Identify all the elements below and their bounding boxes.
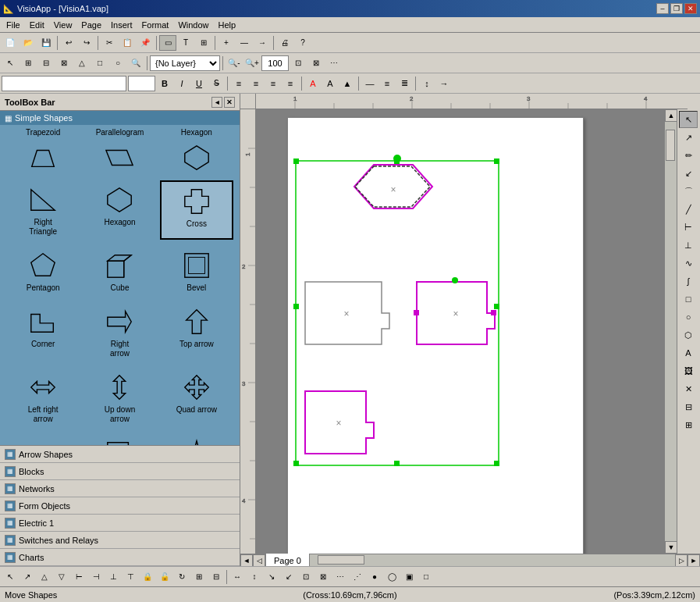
font-color-button[interactable]: A <box>305 76 321 91</box>
strikethrough-button[interactable]: S̶ <box>208 76 224 91</box>
paste-button[interactable]: 📌 <box>137 35 154 51</box>
help-button[interactable]: ? <box>294 35 311 51</box>
redo-button[interactable]: ↪ <box>78 35 95 51</box>
vertical-scrollbar[interactable]: ▲ ▼ <box>664 109 677 554</box>
shape-quad-arrow[interactable]: Quad arrow <box>160 368 233 427</box>
print-button[interactable]: 🖨 <box>276 35 293 51</box>
grid-button[interactable]: ⊞ <box>20 55 37 71</box>
scroll-h-thumb[interactable] <box>318 555 364 565</box>
highlight-button[interactable]: A <box>322 76 338 91</box>
scroll-left2-button[interactable]: ◁ <box>253 554 265 566</box>
perp-tool-button[interactable]: ⊥ <box>679 237 698 254</box>
menu-help[interactable]: Help <box>214 19 241 31</box>
shape-right-triangle[interactable]: RightTriangle <box>6 180 80 240</box>
menu-format[interactable]: Format <box>137 19 174 31</box>
zoom-btn[interactable]: 🔍 <box>127 55 144 71</box>
scroll-down-button[interactable]: ▼ <box>665 541 677 554</box>
menu-edit[interactable]: Edit <box>25 19 49 31</box>
line-tool-button[interactable]: ╱ <box>679 201 698 218</box>
line-weight-button[interactable]: ≡ <box>379 76 395 91</box>
shape-trapezoid[interactable] <box>6 138 80 177</box>
menu-view[interactable]: View <box>49 19 77 31</box>
text-tool-button[interactable]: A <box>679 344 698 362</box>
bt-23[interactable]: ◯ <box>383 569 400 585</box>
text-button[interactable]: T <box>177 35 194 51</box>
shape-cube[interactable]: Cube <box>83 246 156 296</box>
bt-2[interactable]: ↗ <box>19 569 36 585</box>
bt-11[interactable]: ↻ <box>173 569 190 585</box>
cat-switches[interactable]: ▦ Switches and Relays <box>0 532 240 549</box>
scroll-left-button[interactable]: ◄ <box>240 554 253 566</box>
cat-blocks[interactable]: ▦ Blocks <box>0 463 240 480</box>
zoom-in-btn[interactable]: 🔍+ <box>243 55 261 71</box>
align-button[interactable]: ⊠ <box>55 55 73 71</box>
bt-22[interactable]: ● <box>366 569 383 585</box>
bt-25[interactable]: □ <box>418 569 435 585</box>
toolbox-collapse-button[interactable]: ◂ <box>211 97 222 108</box>
rect-tool-button[interactable]: □ <box>679 290 698 308</box>
select-tool2-button[interactable]: ↗ <box>679 129 698 146</box>
minimize-button[interactable]: – <box>656 3 669 14</box>
shape-up-down-arrow[interactable]: Up downarrow <box>83 368 156 427</box>
fill-button[interactable]: ▲ <box>339 76 355 91</box>
bt-8[interactable]: ⊤ <box>122 569 139 585</box>
copy-button[interactable]: 📋 <box>119 35 136 51</box>
cat-form-objects[interactable]: ▦ Form Objects <box>0 497 240 515</box>
connect-button[interactable]: ⊞ <box>195 35 212 51</box>
menu-file[interactable]: File <box>2 19 25 31</box>
close-button[interactable]: ✕ <box>684 3 697 14</box>
drawing-page[interactable]: × × × <box>287 117 584 554</box>
cut-button[interactable]: ✂ <box>101 35 118 51</box>
cat-networks[interactable]: ▦ Networks <box>0 480 240 497</box>
bt-16[interactable]: ↘ <box>263 569 280 585</box>
freeform-tool-button[interactable]: ∿ <box>679 255 698 272</box>
canvas-area[interactable]: × × × <box>256 109 664 554</box>
arrow-button[interactable]: → <box>254 35 271 51</box>
delete-tool-button[interactable]: ✕ <box>679 380 698 397</box>
bt-7[interactable]: ⊥ <box>105 569 122 585</box>
spacing-button[interactable]: ↕ <box>419 76 435 91</box>
scroll-up-button[interactable]: ▲ <box>665 109 677 122</box>
cat-electric[interactable]: ▦ Electric 1 <box>0 515 240 532</box>
rect-shape-button[interactable]: □ <box>91 55 108 71</box>
shape-hexagon-top[interactable] <box>160 138 233 177</box>
restore-button[interactable]: ❐ <box>670 3 683 14</box>
ellipse-shape-button[interactable]: ○ <box>109 55 126 71</box>
align-left-button[interactable]: ≡ <box>231 76 247 91</box>
indent-button[interactable]: → <box>436 76 452 91</box>
scroll-right2-button[interactable]: ▷ <box>675 554 688 566</box>
bt-17[interactable]: ↙ <box>280 569 297 585</box>
bt-1[interactable]: ↖ <box>2 569 19 585</box>
new-button[interactable]: 📄 <box>2 35 19 51</box>
font-size-input[interactable]: 12 <box>128 76 155 91</box>
shape-star[interactable] <box>160 433 233 445</box>
shape-top-arrow[interactable]: Top arrow <box>160 302 233 362</box>
bt-18[interactable]: ⊡ <box>297 569 314 585</box>
shape-cross[interactable]: Cross <box>160 180 233 240</box>
scroll-right-button[interactable]: ► <box>688 554 700 566</box>
fit-page-btn[interactable]: ⊠ <box>307 55 325 71</box>
align-center-button[interactable]: ≡ <box>248 76 264 91</box>
shape-callout[interactable] <box>83 433 156 445</box>
bt-13[interactable]: ⊟ <box>208 569 225 585</box>
shape-left-right-arrow[interactable]: Left rightarrow <box>6 368 80 427</box>
shape-button[interactable]: △ <box>73 55 91 71</box>
zoom-extra[interactable]: ⋯ <box>325 55 343 71</box>
undo-button[interactable]: ↩ <box>60 35 77 51</box>
shape-pentagon[interactable]: Pentagon <box>6 246 80 296</box>
toolbox-close-button[interactable]: ✕ <box>224 97 235 108</box>
line-button[interactable]: — <box>236 35 253 51</box>
open-button[interactable]: 📂 <box>20 35 37 51</box>
bt-6[interactable]: ⊣ <box>87 569 105 585</box>
pointer-tool[interactable]: ↖ <box>2 55 19 71</box>
menu-page[interactable]: Page <box>76 19 106 31</box>
scroll-v-track[interactable] <box>665 122 677 541</box>
shape-misc1[interactable] <box>6 433 80 445</box>
connect-tool-button[interactable]: ↙ <box>679 165 698 182</box>
bracket-tool-button[interactable]: ⊢ <box>679 219 698 236</box>
image-tool-button[interactable]: 🖼 <box>679 362 698 379</box>
save-button[interactable]: 💾 <box>37 35 55 51</box>
align-right-button[interactable]: ≡ <box>265 76 281 91</box>
fit-btn[interactable]: ⊡ <box>290 55 307 71</box>
shape-bevel[interactable]: Bevel <box>160 246 233 296</box>
